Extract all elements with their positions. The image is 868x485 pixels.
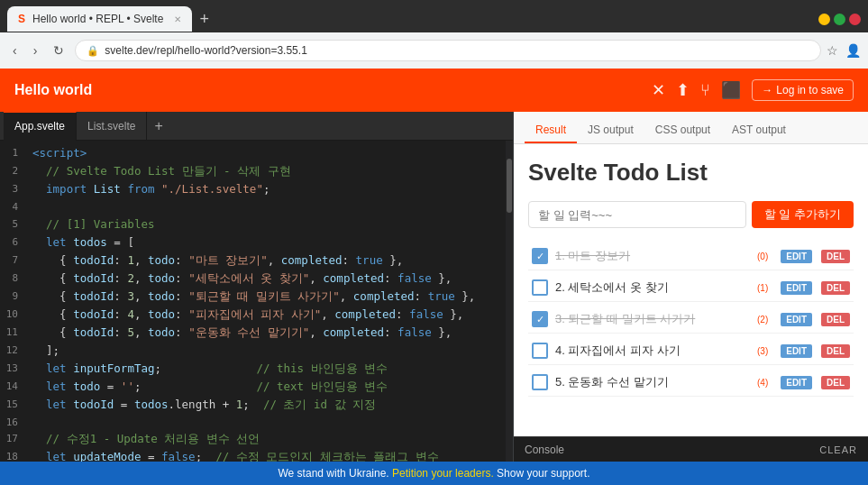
status-text-3: Show your support. (497, 467, 589, 480)
code-line: 1 <script> (0, 144, 513, 162)
code-line: 11 { todoId: 5, todo: "운동화 수선 맡기기", comp… (0, 324, 513, 342)
main-area: App.svelte List.svelte + 1 <script> 2 //… (0, 112, 868, 462)
clear-button[interactable]: CLEAR (819, 444, 857, 455)
code-line: 8 { todoId: 2, todo: "세탁소에서 옷 찾기", compl… (0, 270, 513, 288)
minimize-button[interactable] (818, 14, 830, 25)
address-bar[interactable]: 🔒 svelte.dev/repl/hello-world?version=3.… (75, 40, 821, 61)
tab-close-icon[interactable]: ✕ (174, 14, 181, 24)
status-text-1: We stand with Ukraine. (279, 467, 389, 480)
code-line: 2 // Svelte Todo List 만들기 - 삭제 구현 (0, 162, 513, 180)
todo-del-button-5[interactable]: DEL (821, 376, 850, 389)
close-icon[interactable]: ✕ (652, 80, 665, 100)
todo-text-4: 4. 피자집에서 피자 사기 (555, 343, 746, 359)
todo-badge-1: (0) (754, 252, 768, 261)
app-title: Hello world (14, 82, 652, 98)
app-header: Hello world ✕ ⬆ ⑂ ⬛ → Log in to save (0, 69, 868, 112)
tab-css-output[interactable]: CSS output (644, 118, 721, 143)
add-file-button[interactable]: + (147, 118, 169, 134)
browser-tab-active[interactable]: S Hello world • REPL • Svelte ✕ (7, 6, 192, 32)
todo-checkbox-1[interactable] (532, 248, 548, 264)
tab-list-svelte[interactable]: List.svelte (77, 112, 147, 141)
address-actions: ☆ 👤 (827, 43, 861, 58)
result-panel: Result JS output CSS output AST output S… (514, 112, 868, 462)
todo-text-3: 3. 퇴근할 때 밀키트 사가기 (555, 311, 746, 327)
lock-icon: 🔒 (87, 45, 99, 57)
tab-ast-output[interactable]: AST output (721, 118, 797, 143)
todo-checkbox-2[interactable] (532, 279, 548, 296)
todo-edit-button-2[interactable]: EDIT (781, 281, 812, 295)
profile-icon[interactable]: 👤 (845, 43, 861, 58)
code-line: 17 // 수정1 - Update 처리용 변수 선언 (0, 430, 513, 448)
maximize-button[interactable] (834, 14, 845, 25)
window-controls (818, 14, 861, 25)
code-line: 12 ]; (0, 342, 513, 360)
fork-icon[interactable]: ⑂ (700, 81, 710, 100)
login-button[interactable]: → Log in to save (752, 79, 854, 101)
todo-input-row: 할 일 추가하기 (528, 201, 854, 228)
todo-checkbox-5[interactable] (532, 374, 548, 390)
todo-del-button-1[interactable]: DEL (821, 250, 850, 263)
editor-tab-bar: App.svelte List.svelte + (0, 112, 513, 141)
code-line: 14 let todo = ''; // text 바인딩용 변수 (0, 378, 513, 396)
todo-checkbox-4[interactable] (532, 343, 548, 359)
code-line: 4 (0, 198, 513, 215)
svelte-favicon: S (18, 13, 25, 25)
tab-js-output[interactable]: JS output (577, 118, 644, 143)
todo-app-title: Svelte Todo List (528, 159, 854, 187)
status-petition-link[interactable]: Petition your leaders. (392, 467, 494, 480)
todo-item: 2. 세탁소에서 옷 찾기 (1) EDIT DEL (528, 274, 854, 302)
bookmark-icon[interactable]: ☆ (827, 43, 838, 58)
code-line: 9 { todoId: 3, todo: "퇴근할 때 밀키트 사가기", co… (0, 288, 513, 306)
share-icon[interactable]: ⬛ (721, 80, 741, 100)
todo-list: 1. 마트 장보기 (0) EDIT DEL 2. 세탁소에서 옷 찾기 (1)… (528, 242, 854, 397)
todo-del-button-4[interactable]: DEL (821, 344, 850, 358)
todo-edit-button-5[interactable]: EDIT (781, 376, 812, 389)
code-line: 15 let todoId = todos.length + 1; // 초기 … (0, 396, 513, 414)
todo-badge-3: (2) (754, 315, 768, 325)
todo-item: 1. 마트 장보기 (0) EDIT DEL (528, 242, 854, 270)
code-line: 13 let inputFormTag; // this 바인딩용 변수 (0, 360, 513, 378)
code-line: 6 let todos = [ (0, 233, 513, 252)
code-block: 1 <script> 2 // Svelte Todo List 만들기 - 삭… (0, 141, 513, 462)
todo-edit-button-3[interactable]: EDIT (781, 313, 812, 326)
js-tab-label: JS output (588, 124, 634, 136)
todo-badge-2: (1) (754, 283, 768, 293)
result-content: Svelte Todo List 할 일 추가하기 1. 마트 장보기 (0) … (514, 144, 868, 436)
login-label: Log in to save (776, 84, 844, 96)
code-line: 5 // [1] Variables (0, 215, 513, 233)
editor-content[interactable]: 1 <script> 2 // Svelte Todo List 만들기 - 삭… (0, 141, 513, 462)
todo-edit-button-1[interactable]: EDIT (781, 250, 812, 263)
code-line: 3 import List from "./List.svelte"; (0, 180, 513, 198)
todo-del-button-2[interactable]: DEL (821, 281, 850, 295)
login-arrow-icon: → (762, 84, 772, 96)
forward-button[interactable]: › (28, 41, 43, 59)
download-icon[interactable]: ⬆ (676, 80, 690, 100)
todo-checkbox-3[interactable] (532, 311, 548, 327)
code-line: 16 (0, 414, 513, 431)
todo-badge-5: (4) (754, 378, 768, 388)
tab-app-svelte[interactable]: App.svelte (4, 112, 77, 141)
editor-panel: App.svelte List.svelte + 1 <script> 2 //… (0, 112, 514, 462)
new-tab-button[interactable]: + (194, 11, 215, 27)
address-bar-row: ‹ › ↻ 🔒 svelte.dev/repl/hello-world?vers… (0, 32, 868, 69)
code-line: 10 { todoId: 4, todo: "피자집에서 피자 사기", com… (0, 306, 513, 324)
reload-button[interactable]: ↻ (48, 41, 69, 59)
browser-tab-label: Hello world • REPL • Svelte (32, 13, 163, 25)
header-actions: ✕ ⬆ ⑂ ⬛ → Log in to save (652, 79, 854, 101)
todo-edit-button-4[interactable]: EDIT (781, 344, 812, 358)
status-bar: We stand with Ukraine. Petition your lea… (0, 462, 868, 485)
close-button[interactable] (849, 14, 861, 25)
code-line: 7 { todoId: 1, todo: "마트 장보기", completed… (0, 252, 513, 270)
result-tab-label: Result (535, 124, 566, 136)
scroll-thumb[interactable] (507, 159, 512, 213)
address-text: svelte.dev/repl/hello-world?version=3.55… (105, 44, 306, 57)
browser-window: S Hello world • REPL • Svelte ✕ + ‹ › ↻ … (0, 0, 868, 485)
back-button[interactable]: ‹ (7, 41, 23, 59)
todo-del-button-3[interactable]: DEL (821, 313, 850, 326)
todo-add-button[interactable]: 할 일 추가하기 (752, 201, 854, 228)
vertical-scrollbar[interactable] (506, 141, 513, 462)
todo-input[interactable] (528, 201, 746, 228)
result-tab-bar: Result JS output CSS output AST output (514, 112, 868, 144)
tab-result[interactable]: Result (525, 118, 577, 143)
todo-item: 3. 퇴근할 때 밀키트 사가기 (2) EDIT DEL (528, 306, 854, 334)
